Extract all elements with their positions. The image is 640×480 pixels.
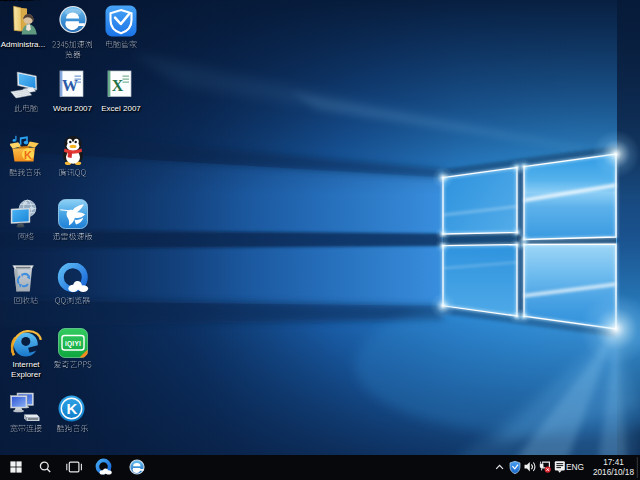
svg-text:2016/10/18: 2016/10/18	[593, 468, 634, 477]
svg-text:iQIYI: iQIYI	[64, 340, 80, 348]
svg-text:K: K	[24, 149, 32, 161]
svg-text:X: X	[112, 77, 124, 94]
svg-text:K: K	[66, 400, 77, 417]
svg-text:17:41: 17:41	[603, 458, 624, 467]
svg-text:ENG: ENG	[566, 462, 584, 472]
